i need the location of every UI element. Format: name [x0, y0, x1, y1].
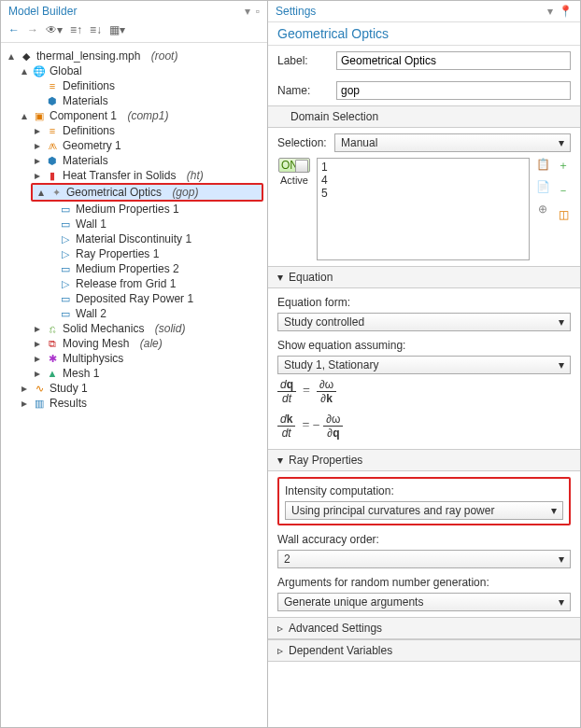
- definitions-icon: ≡: [46, 79, 59, 92]
- advanced-settings-header[interactable]: ▹ Advanced Settings: [268, 617, 580, 639]
- more-icon[interactable]: ▦▾: [109, 23, 125, 36]
- settings-title: Settings: [276, 5, 316, 18]
- pin-icon[interactable]: 📍: [559, 5, 573, 18]
- twisty-icon[interactable]: ▴: [20, 109, 29, 122]
- tree-release-grid[interactable]: ▷Release from Grid 1: [44, 276, 263, 291]
- multiphysics-icon: ✱: [46, 352, 59, 365]
- twisty-icon[interactable]: ▸: [33, 352, 42, 365]
- tree-global-materials[interactable]: ⬢Materials: [31, 93, 263, 108]
- domain-selection-header[interactable]: Domain Selection: [268, 105, 580, 128]
- label-row: Label:: [268, 46, 580, 76]
- intensity-label: Intensity computation:: [285, 483, 563, 501]
- domain-list[interactable]: 1 4 5: [317, 158, 530, 260]
- equation-header[interactable]: ▾ Equation: [268, 266, 580, 288]
- expand-icon[interactable]: ≡↓: [90, 23, 102, 36]
- twisty-icon[interactable]: ▸: [33, 124, 42, 137]
- tree-medium-props-1[interactable]: ▭Medium Properties 1: [44, 202, 263, 217]
- twisty-icon[interactable]: ▸: [33, 154, 42, 167]
- panel-menu-icon[interactable]: ▫: [256, 5, 260, 18]
- copy-icon[interactable]: 📄: [536, 180, 550, 193]
- tree-solid-mechanics[interactable]: ▸⎌Solid Mechanics (solid): [31, 321, 263, 336]
- ray-properties-header[interactable]: ▾ Ray Properties: [268, 449, 580, 471]
- tree-root[interactable]: ▴◆thermal_lensing.mph (root): [5, 49, 263, 63]
- section-title: Domain Selection: [290, 110, 378, 123]
- settings-title-bar: Settings ▾ 📍: [268, 1, 580, 21]
- active-toggle[interactable]: ON: [278, 158, 310, 173]
- tree-ray-props-1[interactable]: ▷Ray Properties 1: [44, 246, 263, 261]
- materials-icon: ⬢: [46, 154, 59, 167]
- twisty-icon[interactable]: ▸: [33, 322, 42, 335]
- tree-multiphysics[interactable]: ▸✱Multiphysics: [31, 351, 263, 366]
- tree-study[interactable]: ▸∿Study 1: [18, 381, 263, 396]
- section-title: Equation: [289, 271, 333, 284]
- show-assuming-dropdown[interactable]: Study 1, Stationary▾: [277, 356, 571, 374]
- list-item[interactable]: 5: [321, 187, 525, 200]
- minimize-icon[interactable]: ▾: [245, 5, 250, 18]
- dependent-variables-header[interactable]: ▹ Dependent Variables: [268, 639, 580, 662]
- twisty-icon[interactable]: ▸: [33, 139, 42, 152]
- back-icon[interactable]: ←: [8, 23, 20, 36]
- moving-mesh-icon: ⧉: [46, 337, 59, 350]
- collapse-icon[interactable]: ≡↑: [70, 23, 82, 36]
- tree-comp-definitions[interactable]: ▸≡Definitions: [31, 123, 263, 138]
- paste-icon[interactable]: 📋: [536, 158, 550, 171]
- solid-icon: ⎌: [46, 322, 59, 335]
- mesh-icon: ▲: [46, 367, 59, 380]
- minimize-icon[interactable]: ▾: [547, 5, 553, 18]
- chevron-down-icon: ▾: [551, 504, 557, 517]
- twisty-icon[interactable]: ▸: [33, 169, 42, 182]
- add-icon[interactable]: ＋: [558, 158, 569, 174]
- tree-results[interactable]: ▸▥Results: [18, 396, 263, 411]
- section-title: Dependent Variables: [289, 644, 392, 657]
- rng-dropdown[interactable]: Generate unique arguments▾: [277, 593, 571, 611]
- twisty-icon[interactable]: ▸: [20, 397, 29, 410]
- definitions-icon: ≡: [46, 124, 59, 137]
- selection-label: Selection:: [277, 136, 329, 149]
- release-icon: ▷: [59, 277, 72, 290]
- label-field[interactable]: [336, 51, 571, 70]
- twisty-icon[interactable]: ▸: [33, 367, 42, 380]
- wall-icon: ▭: [59, 217, 72, 231]
- equation-form-dropdown[interactable]: Study controlled▾: [277, 313, 571, 331]
- medium-icon: ▭: [59, 262, 72, 275]
- zoom-icon[interactable]: ⊕: [538, 203, 547, 216]
- equation-form-label: Equation form:: [277, 294, 571, 313]
- tree-heat-transfer[interactable]: ▸▮Heat Transfer in Solids (ht): [31, 168, 263, 183]
- remove-icon[interactable]: －: [558, 183, 569, 199]
- wall-accuracy-label: Wall accuracy order:: [277, 531, 571, 550]
- tree-material-discontinuity[interactable]: ▷Material Discontinuity 1: [44, 231, 263, 246]
- name-field[interactable]: [336, 81, 571, 100]
- name-row: Name:: [268, 76, 580, 105]
- twisty-icon[interactable]: ▴: [20, 64, 29, 77]
- tree-geometry[interactable]: ▸⩕Geometry 1: [31, 138, 263, 153]
- list-item[interactable]: 1: [321, 161, 525, 174]
- tree-moving-mesh[interactable]: ▸⧉Moving Mesh (ale): [31, 336, 263, 351]
- tree-geometrical-optics[interactable]: ▴✦Geometrical Optics (gop): [31, 183, 263, 202]
- model-builder-toolbar: ← → 👁▾ ≡↑ ≡↓ ▦▾: [1, 21, 267, 43]
- tree-deposited-power[interactable]: ▭Deposited Ray Power 1: [44, 291, 263, 306]
- tree-mesh[interactable]: ▸▲Mesh 1: [31, 366, 263, 381]
- select-box-icon[interactable]: ◫: [559, 208, 569, 221]
- tree-medium-props-2[interactable]: ▭Medium Properties 2: [44, 261, 263, 276]
- results-icon: ▥: [33, 397, 46, 410]
- tree-comp-materials[interactable]: ▸⬢Materials: [31, 153, 263, 168]
- forward-icon[interactable]: →: [27, 23, 38, 36]
- list-item[interactable]: 4: [321, 174, 525, 187]
- tree-component[interactable]: ▴▣Component 1 (comp1): [18, 108, 263, 123]
- twisty-icon[interactable]: ▸: [33, 337, 42, 350]
- twisty-icon[interactable]: ▴: [7, 49, 16, 63]
- wall-accuracy-dropdown[interactable]: 2▾: [277, 550, 571, 568]
- tree-wall-2[interactable]: ▭Wall 2: [44, 306, 263, 321]
- show-icon[interactable]: 👁▾: [46, 23, 63, 36]
- tree-wall-1[interactable]: ▭Wall 1: [44, 217, 263, 231]
- twisty-icon[interactable]: ▴: [36, 186, 46, 199]
- chevron-down-icon: ▾: [559, 358, 564, 371]
- intensity-dropdown[interactable]: Using principal curvatures and ray power…: [285, 501, 563, 520]
- twisty-icon[interactable]: ▸: [20, 382, 29, 395]
- model-tree[interactable]: ▴◆thermal_lensing.mph (root) ▴🌐Global ≡D…: [1, 43, 267, 727]
- tree-global-definitions[interactable]: ≡Definitions: [31, 78, 263, 93]
- equation-display-1: dqdt = ∂ω∂k: [277, 374, 571, 409]
- tree-global[interactable]: ▴🌐Global: [18, 63, 263, 78]
- selection-dropdown[interactable]: Manual ▾: [334, 133, 571, 152]
- rng-label: Arguments for random number generation:: [277, 574, 571, 593]
